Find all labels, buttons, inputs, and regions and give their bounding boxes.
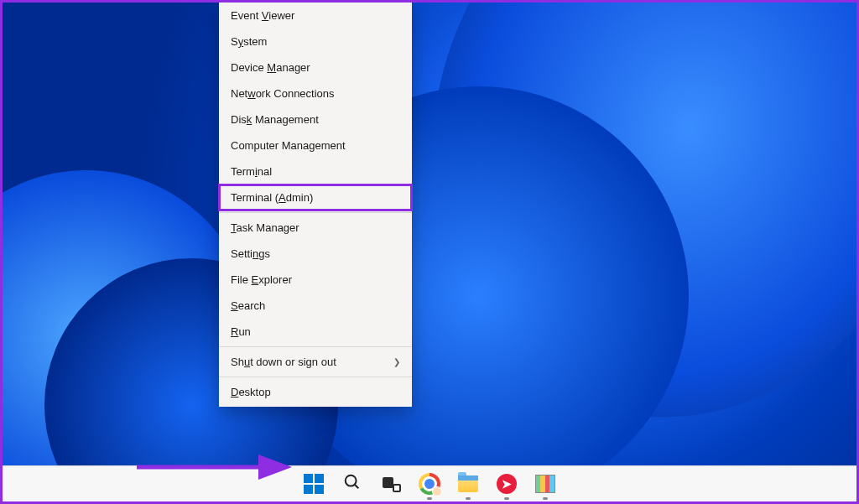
menu-item-terminal-admin[interactable]: Terminal (Admin) — [219, 184, 412, 210]
taskbar-app-button[interactable]: ➤ — [490, 467, 523, 501]
menu-item-disk-management[interactable]: Disk Management — [219, 107, 412, 132]
menu-item-task-manager[interactable]: Task Manager — [219, 215, 412, 241]
control-panel-icon — [535, 475, 555, 493]
taskbar-taskview-button[interactable] — [374, 467, 408, 501]
running-indicator — [504, 497, 509, 500]
menu-item-label: Task Manager — [231, 221, 299, 234]
menu-item-run[interactable]: Run — [219, 319, 412, 345]
menu-item-label: Run — [231, 325, 251, 338]
menu-item-label: Search — [231, 299, 265, 312]
taskview-icon — [383, 477, 399, 491]
menu-item-label: Computer Management — [231, 139, 346, 152]
running-indicator — [427, 497, 432, 500]
svg-line-1 — [355, 485, 359, 489]
menu-item-network-connections[interactable]: Network Connections — [219, 81, 412, 107]
chevron-right-icon: ❯ — [393, 357, 400, 366]
running-indicator — [466, 497, 471, 500]
menu-item-file-explorer[interactable]: File Explorer — [219, 267, 412, 293]
menu-item-event-viewer[interactable]: Event Viewer — [219, 3, 412, 29]
menu-item-label: Network Connections — [231, 87, 335, 100]
taskbar-chrome-button[interactable] — [413, 467, 446, 501]
start-button[interactable] — [297, 467, 331, 501]
desktop-wallpaper — [3, 3, 856, 468]
search-icon — [343, 473, 362, 495]
menu-item-label: File Explorer — [231, 273, 292, 286]
taskbar-control-panel-button[interactable] — [528, 467, 562, 501]
menu-item-system[interactable]: System — [219, 29, 412, 55]
menu-item-label: Settings — [231, 247, 270, 260]
windows-logo-icon — [304, 474, 324, 494]
menu-item-device-manager[interactable]: Device Manager — [219, 55, 412, 81]
chrome-icon — [419, 473, 440, 495]
winx-context-menu: Event Viewer System Device Manager Netwo… — [219, 3, 412, 407]
menu-item-desktop[interactable]: Desktop — [219, 379, 412, 405]
running-indicator — [543, 497, 548, 500]
menu-item-settings[interactable]: Settings — [219, 241, 412, 267]
annotation-arrow — [128, 446, 296, 491]
menu-item-label: Disk Management — [231, 113, 319, 126]
menu-item-label: Desktop — [231, 386, 271, 398]
menu-item-computer-management[interactable]: Computer Management — [219, 132, 412, 158]
menu-item-label: Shut down or sign out — [231, 356, 336, 368]
menu-item-shutdown-signout[interactable]: Shut down or sign out ❯ — [219, 349, 412, 375]
taskbar-search-button[interactable] — [336, 467, 369, 501]
taskbar-file-explorer-button[interactable] — [451, 467, 485, 501]
app-icon: ➤ — [497, 474, 517, 494]
menu-item-label: Event Viewer — [231, 9, 294, 22]
menu-item-label: Terminal (Admin) — [231, 191, 313, 204]
profile-badge-icon — [432, 486, 442, 496]
menu-separator — [219, 346, 412, 347]
menu-separator — [219, 377, 412, 377]
menu-item-search[interactable]: Search — [219, 293, 412, 319]
svg-point-0 — [346, 475, 357, 486]
menu-item-label: System — [231, 35, 267, 48]
menu-item-label: Terminal — [231, 165, 272, 178]
menu-item-label: Device Manager — [231, 61, 310, 74]
menu-separator — [219, 212, 412, 213]
menu-item-terminal[interactable]: Terminal — [219, 158, 412, 184]
folder-icon — [458, 475, 478, 492]
